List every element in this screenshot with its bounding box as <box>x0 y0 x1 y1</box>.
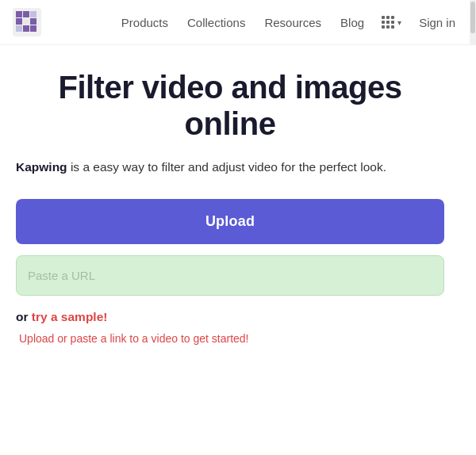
chevron-down-icon: ▾ <box>397 18 401 27</box>
svg-rect-6 <box>30 18 36 25</box>
or-text: or <box>16 310 32 323</box>
scrollbar[interactable] <box>470 0 476 44</box>
brand-name: Kapwing <box>16 160 67 174</box>
or-sample-line: or try a sample! <box>16 310 444 324</box>
scrollbar-thumb <box>470 2 475 33</box>
svg-rect-5 <box>23 18 29 25</box>
upload-button[interactable]: Upload <box>16 199 444 244</box>
nav-products[interactable]: Products <box>113 11 176 34</box>
svg-rect-8 <box>23 25 29 32</box>
nav-apps-menu[interactable]: ▾ <box>375 11 408 33</box>
hero-title: Filter video and images online <box>16 69 444 142</box>
helper-text: Upload or paste a link to a video to get… <box>16 332 444 345</box>
site-header: Products Collections Resources Blog ▾ Si… <box>0 0 476 45</box>
svg-rect-7 <box>16 25 22 32</box>
try-sample-link[interactable]: try a sample! <box>32 310 108 323</box>
main-content: Filter video and images online Kapwing i… <box>0 45 460 369</box>
sign-in-link[interactable]: Sign in <box>411 11 463 34</box>
svg-rect-9 <box>30 25 36 32</box>
svg-rect-1 <box>16 11 22 17</box>
svg-rect-2 <box>23 11 29 17</box>
nav-collections[interactable]: Collections <box>179 11 253 34</box>
hero-subtitle: Kapwing is a easy way to filter and adju… <box>16 158 444 177</box>
svg-rect-3 <box>30 11 36 17</box>
logo[interactable] <box>13 8 41 36</box>
nav-resources[interactable]: Resources <box>256 11 329 34</box>
svg-rect-4 <box>16 18 22 25</box>
main-nav: Products Collections Resources Blog ▾ Si… <box>113 11 463 34</box>
url-input[interactable] <box>16 255 444 296</box>
apps-grid-icon <box>382 16 394 29</box>
nav-blog[interactable]: Blog <box>332 11 372 34</box>
subtitle-text: is a easy way to filter and adjust video… <box>67 160 386 174</box>
